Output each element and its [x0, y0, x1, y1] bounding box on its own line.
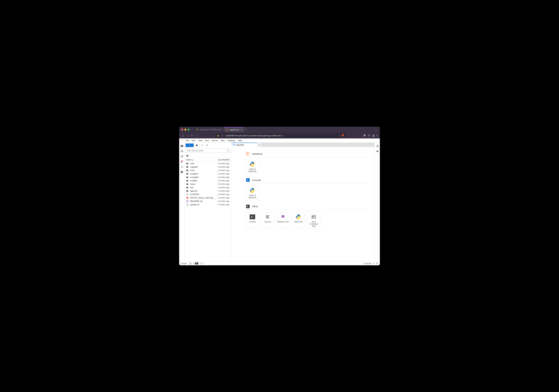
svg-point-36	[377, 151, 378, 152]
statusbar-line: 0	[373, 262, 374, 265]
launcher-card-python[interactable]: Python 3(ipykernel)	[246, 160, 259, 173]
new-tab-button[interactable]: +	[244, 128, 248, 131]
maximize-window-button[interactable]	[188, 129, 190, 131]
browser-tabs: my-project | NVIDIA NGC JupyterLab × + ⌄	[194, 127, 378, 133]
launcher-card-terminal[interactable]: $_Terminal	[246, 212, 259, 228]
jl-body: + + / Name ▴ Last Modified cudf2 months …	[179, 143, 380, 261]
left-rail	[179, 143, 185, 261]
file-row[interactable]: cuxfilter2 months ago	[185, 179, 231, 182]
jl-menubar: File Edit View Run Kernel Tabs Settings …	[179, 138, 380, 143]
menu-edit[interactable]: Edit	[190, 139, 197, 142]
file-row[interactable]: PNVIDIA_Deep_Learning_...2 months ago	[185, 196, 231, 200]
new-folder-icon[interactable]: +	[195, 144, 199, 147]
file-row[interactable]: cusignal2 months ago	[185, 172, 231, 175]
launcher-card-textfile[interactable]: Text File	[261, 212, 274, 228]
rail-commands-icon[interactable]	[179, 154, 184, 159]
browser-tab-jupyterlab[interactable]: JupyterLab ×	[224, 127, 244, 132]
card-label: Python 3(ipykernel)	[248, 168, 256, 172]
download-icon[interactable]: ⬇	[368, 134, 370, 137]
rail-property-inspector-icon[interactable]	[375, 144, 380, 148]
file-name: NVIDIA_Deep_Learning_...	[190, 197, 217, 199]
reload-button[interactable]: ⟳	[190, 134, 193, 137]
tabs-overflow-icon[interactable]: ⌄	[374, 128, 378, 131]
card-label: Text File	[264, 221, 271, 223]
nav-buttons: ◁ ▷ ⟳ ⌂	[181, 134, 198, 137]
menu-kernel[interactable]: Kernel	[210, 139, 219, 142]
terminal-icon: $_	[249, 214, 256, 220]
launcher-card-python[interactable]: Python File	[292, 212, 305, 228]
rail-nbextensions-icon[interactable]	[179, 159, 184, 164]
file-name: cugraph	[190, 166, 217, 168]
rail-toc-icon[interactable]	[179, 164, 184, 169]
menu-tabs[interactable]: Tabs	[219, 139, 226, 142]
svg-rect-16	[182, 167, 183, 168]
browser-tab-nvidia[interactable]: my-project | NVIDIA NGC	[194, 127, 224, 132]
breadcrumb[interactable]: /	[185, 154, 231, 158]
file-row[interactable]: LICENSE2 months ago	[185, 192, 231, 196]
nvidia-icon	[196, 128, 198, 131]
minimize-window-button[interactable]	[184, 129, 186, 131]
simple-mode-toggle[interactable]: Simple	[181, 262, 192, 265]
other-section-icon: $_	[246, 204, 250, 208]
add-main-tab-button[interactable]: +	[257, 143, 261, 147]
file-row[interactable]: xgboost2 months ago	[185, 189, 231, 192]
close-tab-icon[interactable]: ×	[241, 128, 242, 131]
file-name: xgboost	[190, 190, 217, 192]
svg-rect-27	[266, 216, 268, 217]
menu-settings[interactable]: Settings	[226, 139, 236, 142]
kernels-count[interactable]: 0	[200, 262, 204, 265]
rail-running-icon[interactable]	[179, 149, 184, 154]
rail-debugger-icon[interactable]	[375, 149, 380, 154]
terminals-count[interactable]: 0 $_	[193, 262, 198, 265]
close-window-button[interactable]	[181, 129, 183, 131]
file-icon	[186, 193, 189, 195]
col-name-header[interactable]: Name ▴	[186, 159, 218, 161]
main-menu-icon[interactable]: ≡	[376, 134, 378, 137]
menu-help[interactable]: Help	[236, 139, 243, 142]
svg-rect-10	[181, 162, 182, 163]
lock-icon: 🔒	[217, 135, 219, 137]
extensions-icon[interactable]	[363, 134, 366, 137]
refresh-icon[interactable]	[205, 144, 209, 147]
forward-button[interactable]: ▷	[186, 134, 189, 137]
sidebar-toggle-icon[interactable]: ◨	[372, 134, 374, 137]
folder-icon	[186, 176, 189, 178]
file-row[interactable]: update.sh2 months ago	[185, 203, 231, 206]
md-icon: M	[186, 200, 189, 202]
file-modified: 2 months ago	[217, 183, 229, 185]
menu-run[interactable]: Run	[204, 139, 210, 142]
share-icon[interactable]: ⇪	[339, 135, 340, 137]
jupyter-logo-icon[interactable]	[180, 139, 184, 142]
menu-file[interactable]: File	[184, 139, 190, 142]
filebrowser: + + / Name ▴ Last Modified cudf2 months …	[185, 143, 231, 261]
terminal-status-icon: $_	[195, 262, 198, 264]
svg-rect-8	[181, 161, 182, 161]
svg-line-41	[377, 150, 377, 151]
tab-launcher[interactable]: Launcher	[231, 143, 257, 147]
launcher-card-python[interactable]: Python 3(ipykernel)	[246, 186, 259, 200]
url-bar[interactable]: 🔒 https://jea05493-mn-prd1-sjc4.nv-us-we…	[215, 134, 346, 138]
upload-icon[interactable]	[200, 144, 204, 147]
file-row[interactable]: cuspatial2 months ago	[185, 175, 231, 179]
file-row[interactable]: test2 months ago	[185, 186, 231, 189]
file-row[interactable]: repos2 months ago	[185, 182, 231, 186]
file-row[interactable]: cugraph2 months ago	[185, 165, 231, 169]
file-row[interactable]: cudf2 months ago	[185, 162, 231, 165]
bell-icon[interactable]	[376, 262, 378, 265]
file-name: cusignal	[190, 173, 217, 175]
filter-input[interactable]	[186, 148, 230, 153]
menu-view[interactable]: View	[197, 139, 204, 142]
file-row[interactable]: MREADME.md2 months ago	[185, 200, 231, 203]
new-launcher-button[interactable]: +	[186, 144, 194, 147]
file-row[interactable]: cuml2 months ago	[185, 169, 231, 172]
launcher-card-help[interactable]: Show Contextual Help	[307, 212, 320, 228]
svg-rect-14	[182, 167, 183, 167]
brave-shield-icon[interactable]	[342, 134, 344, 137]
col-modified-header[interactable]: Last Modified	[218, 159, 229, 161]
home-button[interactable]: ⌂	[195, 134, 198, 137]
rail-extensionmgr-icon[interactable]	[179, 170, 184, 174]
rail-filebrowser-icon[interactable]	[179, 144, 184, 148]
svg-line-42	[378, 150, 378, 151]
back-button[interactable]: ◁	[181, 134, 184, 137]
launcher-card-markdown[interactable]: MMarkdown File	[277, 212, 290, 228]
